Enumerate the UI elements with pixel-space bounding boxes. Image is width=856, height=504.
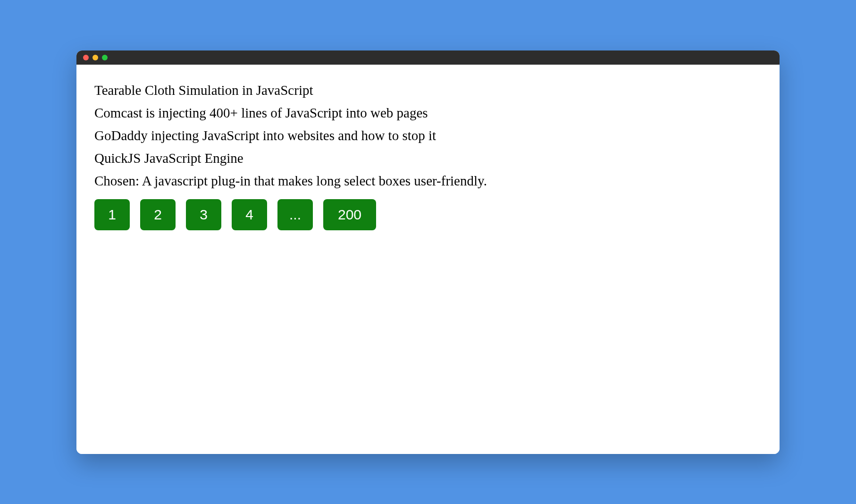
minimize-icon[interactable] [92, 55, 98, 60]
page-1-button[interactable]: 1 [94, 199, 130, 230]
page-200-button[interactable]: 200 [323, 199, 376, 230]
maximize-icon[interactable] [102, 55, 108, 60]
content-area: Tearable Cloth Simulation in JavaScript … [76, 65, 780, 454]
close-icon[interactable] [83, 55, 89, 60]
pagination: 1 2 3 4 ... 200 [94, 199, 762, 230]
list-item: Tearable Cloth Simulation in JavaScript [94, 83, 762, 98]
page-ellipsis-button[interactable]: ... [277, 199, 313, 230]
list-item: Chosen: A javascript plug-in that makes … [94, 173, 762, 189]
app-window: Tearable Cloth Simulation in JavaScript … [76, 50, 780, 454]
page-2-button[interactable]: 2 [140, 199, 176, 230]
window-titlebar [76, 50, 780, 65]
list-item: GoDaddy injecting JavaScript into websit… [94, 128, 762, 143]
list-item: QuickJS JavaScript Engine [94, 151, 762, 166]
page-4-button[interactable]: 4 [232, 199, 267, 230]
list-item: Comcast is injecting 400+ lines of JavaS… [94, 105, 762, 121]
page-3-button[interactable]: 3 [186, 199, 221, 230]
